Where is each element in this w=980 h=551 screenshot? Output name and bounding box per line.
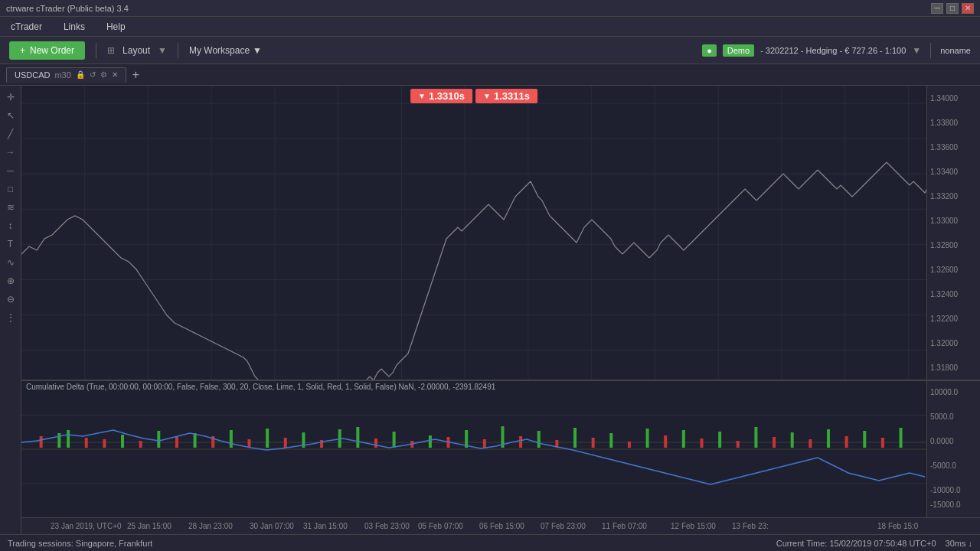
tab-symbol: USDCAD [15, 70, 50, 80]
workspace-chevron: ▼ [253, 45, 262, 56]
chart-tab-usdcad[interactable]: USDCAD m30 🔒 ↺ ⚙ ✕ [6, 67, 126, 83]
menu-links[interactable]: Links [59, 20, 90, 34]
text-tool[interactable]: T [2, 236, 19, 253]
svg-rect-68 [682, 430, 685, 448]
ask-box[interactable]: ▼ 1.3311s [475, 89, 537, 103]
add-tab-button[interactable]: + [132, 68, 139, 82]
more-tools[interactable]: ⋮ [2, 309, 19, 326]
svg-rect-59 [519, 436, 522, 448]
toolbar-right: ● Demo - 3202212 - Hedging - € 727.26 - … [702, 43, 971, 58]
trendline-tool[interactable]: ╱ [2, 126, 19, 142]
svg-rect-36 [103, 439, 106, 448]
svg-rect-40 [175, 437, 178, 448]
current-time-label-text: Current Time: [776, 539, 828, 548]
layout-icon: ⊞ [107, 45, 115, 56]
bid-box[interactable]: ▼ 1.3310s [410, 89, 472, 103]
zoomout-tool[interactable]: ⊖ [2, 291, 19, 308]
svg-text:23 Jan 2019, UTC+0: 23 Jan 2019, UTC+0 [51, 522, 122, 530]
crosshair-tool[interactable]: ✛ [2, 89, 19, 106]
fib-tool[interactable]: ≋ [2, 199, 19, 216]
ask-value: 1.3311s [494, 90, 530, 102]
minimize-button[interactable]: ─ [931, 3, 943, 14]
svg-rect-65 [628, 442, 631, 448]
close-button[interactable]: ✕ [962, 3, 974, 14]
bid-down-icon: ▼ [418, 92, 426, 100]
indicator-info: Cumulative Delta (True, 00:00:00, 00:00:… [21, 381, 500, 393]
svg-rect-64 [609, 433, 612, 448]
sub-price-axis: 10000.0 5000.0 0.0000 -5000.0 -10000.0 -… [926, 381, 980, 517]
measure-tool[interactable]: ↕ [2, 217, 19, 234]
cursor-tool[interactable]: ↖ [2, 107, 19, 124]
price-label-0: 1.34000 [930, 94, 959, 103]
main-chart-container: ✛ ↖ ╱ → ─ □ ≋ ↕ T ∿ ⊕ ⊖ ⋮ ▼ [0, 86, 980, 534]
new-order-icon: + [20, 45, 25, 56]
zoomin-tool[interactable]: ⊕ [2, 272, 19, 289]
chart-area: USDCAD m30 🔒 ↺ ⚙ ✕ + ✛ ↖ ╱ → ─ □ ≋ ↕ T ∿… [0, 64, 980, 534]
main-chart[interactable]: ▼ 1.3310s ▼ 1.3311s [21, 86, 926, 380]
price-axis-svg: 1.34000 1.33800 1.33600 1.33400 1.33200 … [927, 86, 980, 380]
svg-rect-77 [845, 436, 848, 448]
indicator-tool[interactable]: ∿ [2, 254, 19, 271]
maximize-button[interactable]: □ [946, 3, 959, 14]
demo-label: Demo [723, 44, 754, 57]
svg-text:18 Feb 15:0: 18 Feb 15:0 [877, 522, 919, 530]
account-info: - 3202212 - Hedging - € 727.26 - 1:100 [760, 46, 906, 55]
workspace-button[interactable]: My Workspace ▼ [189, 45, 262, 56]
svg-text:03 Feb 23:00: 03 Feb 23:00 [364, 522, 410, 530]
svg-rect-39 [157, 431, 160, 448]
username: noname [940, 46, 971, 55]
tab-settings-icon[interactable]: ⚙ [100, 70, 107, 79]
app-title: ctrware cTrader (Public beta) 3.4 [6, 4, 129, 13]
svg-rect-70 [718, 432, 721, 448]
layout-button[interactable]: Layout [122, 45, 150, 56]
price-label-4: 1.33200 [930, 192, 959, 201]
svg-rect-51 [374, 439, 377, 448]
tab-close-icon[interactable]: ✕ [112, 70, 118, 79]
workspace-label: My Workspace [189, 45, 250, 56]
titlebar: ctrware cTrader (Public beta) 3.4 ─ □ ✕ [0, 0, 980, 17]
sub-chart-svg [21, 381, 926, 517]
svg-text:25 Jan 15:00: 25 Jan 15:00 [127, 522, 172, 530]
price-label-11: 1.31800 [930, 364, 959, 372]
toolbar: + New Order ⊞ Layout ▼ My Workspace ▼ ● … [0, 37, 980, 64]
price-label-8: 1.32400 [930, 290, 959, 298]
time-axis-svg: 23 Jan 2019, UTC+0 25 Jan 15:00 28 Jan 2… [43, 518, 980, 535]
menu-ctrader[interactable]: cTrader [6, 20, 47, 34]
ray-tool[interactable]: → [2, 144, 19, 161]
hline-tool[interactable]: ─ [2, 162, 19, 179]
svg-text:11 Feb 07:00: 11 Feb 07:00 [602, 522, 647, 530]
chart-tabs: USDCAD m30 🔒 ↺ ⚙ ✕ + [0, 64, 980, 86]
time-axis: 23 Jan 2019, UTC+0 25 Jan 15:00 28 Jan 2… [21, 517, 980, 534]
tab-refresh-icon[interactable]: ↺ [90, 70, 96, 79]
svg-rect-72 [754, 427, 757, 448]
svg-text:05 Feb 07:00: 05 Feb 07:00 [418, 522, 463, 530]
svg-rect-80 [900, 428, 903, 448]
svg-rect-46 [284, 438, 287, 448]
new-order-button[interactable]: + New Order [9, 41, 85, 60]
svg-text:31 Jan 15:00: 31 Jan 15:00 [303, 522, 348, 530]
left-toolbar: ✛ ↖ ╱ → ─ □ ≋ ↕ T ∿ ⊕ ⊖ ⋮ [0, 86, 21, 534]
svg-rect-66 [646, 429, 649, 448]
price-axis: 1.34000 1.33800 1.33600 1.33400 1.33200 … [926, 86, 980, 380]
svg-rect-60 [537, 431, 541, 448]
separator-2 [178, 43, 178, 58]
svg-text:07 Feb 23:00: 07 Feb 23:00 [541, 522, 586, 530]
price-label-5: 1.33000 [930, 217, 959, 225]
statusbar: Trading sessions: Singapore, Frankfurt C… [0, 534, 980, 551]
statusbar-right: Current Time: 15/02/2019 07:50:48 UTC+0 … [776, 539, 972, 548]
menu-help[interactable]: Help [102, 20, 130, 34]
account-chevron[interactable]: ▼ [912, 45, 921, 56]
svg-rect-69 [701, 439, 704, 448]
bid-value: 1.3310s [429, 90, 465, 102]
layout-chevron[interactable]: ▼ [158, 45, 167, 56]
sub-price-axis-svg: 10000.0 5000.0 0.0000 -5000.0 -10000.0 -… [927, 381, 980, 517]
price-label-7: 1.32600 [930, 266, 959, 274]
svg-rect-63 [592, 438, 595, 448]
separator-3 [930, 43, 931, 58]
tab-timeframe: m30 [54, 70, 70, 80]
price-label-2: 1.33600 [930, 143, 959, 152]
svg-rect-45 [266, 429, 269, 448]
rect-tool[interactable]: □ [2, 181, 19, 197]
ask-down-icon: ▼ [483, 92, 491, 100]
delta-bars [40, 426, 903, 448]
